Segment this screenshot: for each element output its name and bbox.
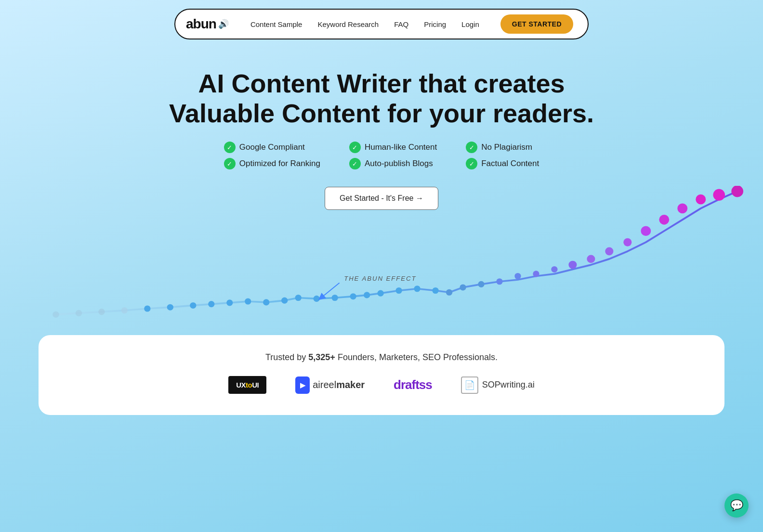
aireal-icon: ▶ <box>295 376 310 394</box>
svg-point-31 <box>623 238 631 247</box>
navbar: abun 🔊 Content Sample Keyword Research F… <box>0 0 763 39</box>
feature-label: Optimized for Ranking <box>239 159 320 169</box>
draftss-label: draftss <box>394 377 432 392</box>
aireal-label: aireelmaker <box>313 379 365 390</box>
svg-point-30 <box>605 247 613 256</box>
trusted-count: 5,325+ <box>308 352 335 362</box>
svg-point-34 <box>677 204 687 214</box>
svg-point-11 <box>281 298 288 304</box>
check-icon: ✓ <box>224 158 236 169</box>
svg-point-5 <box>167 304 173 311</box>
svg-point-2 <box>98 309 105 315</box>
logo-text: abun <box>186 16 216 32</box>
svg-point-3 <box>121 307 128 313</box>
sop-logo: 📄 SOPwriting.ai <box>461 376 535 394</box>
svg-point-16 <box>364 292 370 298</box>
svg-point-36 <box>713 189 725 201</box>
svg-point-0 <box>53 311 59 318</box>
growth-chart: THE ABUN EFFECT <box>19 205 744 330</box>
check-icon: ✓ <box>466 158 477 169</box>
svg-point-23 <box>478 281 484 287</box>
trusted-section: Trusted by 5,325+ Founders, Marketers, S… <box>39 335 724 415</box>
nav-faq[interactable]: FAQ <box>394 20 408 28</box>
feature-google-compliant: ✓ Google Compliant <box>224 142 320 153</box>
feature-auto-publish: ✓ Auto-publish Blogs <box>349 158 437 169</box>
feature-no-plagiarism: ✓ No Plagiarism <box>466 142 539 153</box>
svg-point-21 <box>446 289 452 296</box>
ux-logo-badge: UXtoUI <box>228 376 266 394</box>
logo-sound-icon: 🔊 <box>218 19 228 29</box>
trusted-prefix: Trusted by <box>265 352 308 362</box>
nav-get-started-button[interactable]: GET STARTED <box>500 14 573 34</box>
feature-label: No Plagiarism <box>481 143 532 152</box>
nav-login[interactable]: Login <box>461 20 479 28</box>
svg-point-10 <box>263 299 269 306</box>
sop-label: SOPwriting.ai <box>482 380 535 390</box>
check-icon: ✓ <box>466 142 477 153</box>
feature-factual-content: ✓ Factual Content <box>466 158 539 169</box>
svg-point-37 <box>731 186 743 197</box>
hero-title: AI Content Writer that creates Valuable … <box>165 68 598 128</box>
svg-point-22 <box>460 285 466 291</box>
svg-point-35 <box>696 195 706 205</box>
feature-label: Human-like Content <box>365 143 437 152</box>
svg-point-8 <box>226 299 233 306</box>
svg-point-33 <box>659 215 669 225</box>
svg-point-26 <box>533 271 539 277</box>
svg-point-6 <box>190 302 196 309</box>
svg-point-1 <box>76 310 82 316</box>
svg-point-4 <box>144 306 150 312</box>
svg-point-7 <box>208 301 214 307</box>
check-icon: ✓ <box>224 142 236 153</box>
chart-svg: THE ABUN EFFECT <box>19 186 744 330</box>
svg-point-18 <box>395 287 402 294</box>
svg-point-24 <box>496 278 502 285</box>
svg-point-32 <box>641 226 651 236</box>
svg-text:THE ABUN EFFECT: THE ABUN EFFECT <box>344 275 416 282</box>
check-icon: ✓ <box>349 142 361 153</box>
svg-point-27 <box>551 266 557 272</box>
feature-label: Auto-publish Blogs <box>365 159 433 169</box>
svg-point-20 <box>432 287 438 294</box>
feature-human-like: ✓ Human-like Content <box>349 142 437 153</box>
draftss-logo: draftss <box>394 377 432 392</box>
svg-point-17 <box>377 290 383 297</box>
hero-title-line2: Valuable Content for your readers. <box>169 99 594 128</box>
sop-icon: 📄 <box>461 376 478 394</box>
nav-content-sample[interactable]: Content Sample <box>250 20 303 28</box>
nav-pricing[interactable]: Pricing <box>424 20 446 28</box>
features-grid: ✓ Google Compliant ✓ Human-like Content … <box>19 142 744 169</box>
svg-point-14 <box>332 295 338 301</box>
svg-point-28 <box>568 261 577 269</box>
svg-point-12 <box>295 295 302 301</box>
aireal-logo: ▶ aireelmaker <box>295 376 365 394</box>
nav-keyword-research[interactable]: Keyword Research <box>317 20 379 28</box>
partner-logos: UXtoUI ▶ aireelmaker draftss 📄 SOPwritin… <box>67 376 696 394</box>
feature-label: Factual Content <box>481 159 539 169</box>
chat-button[interactable]: 💬 <box>724 493 749 518</box>
nav-container: abun 🔊 Content Sample Keyword Research F… <box>174 9 589 39</box>
nav-links: Content Sample Keyword Research FAQ Pric… <box>250 20 479 28</box>
trusted-suffix: Founders, Marketers, SEO Professionals. <box>335 352 498 362</box>
hero-section: AI Content Writer that creates Valuable … <box>0 39 763 330</box>
svg-point-15 <box>350 293 356 299</box>
ux-logo: UXtoUI <box>228 376 266 394</box>
logo[interactable]: abun 🔊 <box>186 16 228 32</box>
svg-point-13 <box>314 296 320 302</box>
hero-title-line1: AI Content Writer that creates <box>198 69 565 98</box>
check-icon: ✓ <box>349 158 361 169</box>
svg-point-25 <box>514 273 521 279</box>
svg-point-9 <box>245 298 251 305</box>
trusted-text: Trusted by 5,325+ Founders, Marketers, S… <box>67 352 696 363</box>
feature-label: Google Compliant <box>239 143 305 152</box>
feature-optimized-ranking: ✓ Optimized for Ranking <box>224 158 320 169</box>
svg-point-29 <box>587 255 595 263</box>
svg-point-19 <box>414 285 420 292</box>
